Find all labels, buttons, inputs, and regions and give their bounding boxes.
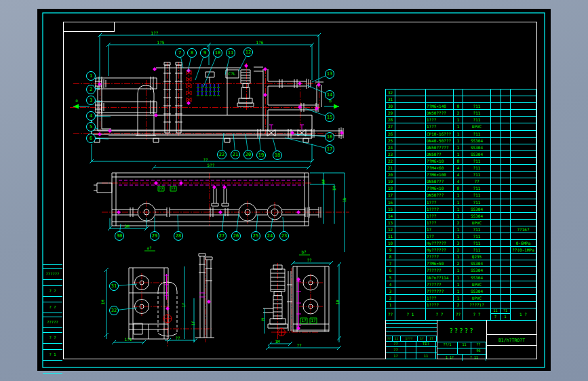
parts-cell-qty: 4 <box>454 172 463 178</box>
parts-cell-material: ?11 <box>463 192 491 199</box>
parts-table-row: 7??M6×502SS304 <box>386 260 536 267</box>
parts-cell-no: 18 <box>386 185 395 192</box>
parts-cell-w1 <box>491 151 501 158</box>
sign-label: 1T <box>427 336 437 341</box>
parts-cell-code <box>395 117 426 123</box>
parts-cell-name: ??M6×140 <box>426 103 454 110</box>
view-label-b: b? <box>301 250 306 254</box>
parts-cell-w1 <box>491 275 501 281</box>
parts-cell-remark <box>511 117 536 123</box>
parts-cell-no: 17 <box>386 192 395 199</box>
balloon-31: 31 <box>109 281 119 291</box>
parts-cell-w2 <box>501 254 511 260</box>
balloon-21: 21 <box>231 150 240 159</box>
parts-cell-w1 <box>491 185 501 192</box>
parts-cell-w2 <box>501 226 511 233</box>
balloon-13: 13 <box>325 69 334 79</box>
sheet-row: 96 <box>437 348 486 355</box>
header-weight-unit: 11 <box>491 308 501 314</box>
left-strip-cell <box>43 280 62 286</box>
parts-cell-remark <box>511 288 536 295</box>
parts-cell-code <box>395 260 426 267</box>
parts-cell-material: SS304 <box>463 260 491 267</box>
left-strip-cell: ? ? <box>43 302 62 313</box>
parts-cell-material: SS304 <box>463 138 491 144</box>
parts-cell-no: 20 <box>386 172 395 178</box>
parts-cell-no: 22 <box>386 158 395 165</box>
parts-cell-name: 1N?n??114 <box>426 275 454 281</box>
parts-cell-remark <box>511 178 536 185</box>
left-strip-cell <box>43 328 62 333</box>
parts-cell-name: ??M4×60 <box>426 165 454 172</box>
parts-cell-no: 12 <box>386 226 395 233</box>
dim-b-right: 1# <box>336 300 340 304</box>
parts-table-row: 21???1UPVC <box>386 295 536 302</box>
parts-cell-w1 <box>491 295 501 302</box>
left-strip-cell: ? 1 <box>43 350 62 361</box>
parts-cell-w2 <box>501 220 511 226</box>
cad-viewer: { "scene": { "description": "CAD enginee… <box>0 0 588 381</box>
parts-cell-w2 <box>501 185 511 192</box>
parts-cell-qty: 3 <box>454 240 463 247</box>
parts-cell-w2 <box>501 96 511 103</box>
bottom-row: 1 1? ? 11 <box>437 355 486 361</box>
parts-cell-name: ??M6×10 <box>426 185 454 192</box>
balloon-27: 27 <box>217 231 227 241</box>
parts-cell-w1 <box>491 103 501 110</box>
approval-label <box>406 341 416 346</box>
parts-cell-qty: 4 <box>454 165 463 172</box>
parts-cell-name <box>426 96 454 103</box>
balloon-17: 17 <box>325 144 334 154</box>
scale-table: ??/1 11 ?? 96 1 1? ? 11 <box>437 342 486 359</box>
parts-cell-remark <box>511 144 536 151</box>
balloon-30: 30 <box>115 231 124 241</box>
parts-cell-code <box>395 240 426 247</box>
balloon-26: 26 <box>231 231 241 241</box>
balloon-22: 22 <box>217 150 227 159</box>
parts-cell-w2 <box>501 213 511 220</box>
parts-cell-remark <box>511 138 536 144</box>
parts-cell-w1 <box>491 281 501 288</box>
parts-table-row: 32 <box>386 89 536 96</box>
header-weight-total: ?1 <box>501 308 510 314</box>
parts-cell-w2 <box>501 172 511 178</box>
parts-cell-code <box>395 172 426 178</box>
header-weight-b1: 7 <box>491 314 501 320</box>
scale-label: 11 <box>458 342 471 348</box>
parts-cell-w2 <box>501 192 511 199</box>
parts-cell-no: 9 <box>386 247 395 254</box>
balloon-4: 4 <box>86 111 96 121</box>
parts-cell-w2 <box>501 178 511 185</box>
parts-cell-remark <box>511 123 536 130</box>
header-name: ? ? <box>426 308 454 321</box>
parts-table-row: 8?????1Q235 <box>386 254 536 260</box>
dim-a-right-1: 1f <box>182 302 186 307</box>
parts-cell-code <box>395 254 426 260</box>
parts-table-row: 31 <box>386 96 536 103</box>
parts-cell-code <box>395 96 426 103</box>
parts-cell-qty: 8 <box>454 158 463 165</box>
parts-cell-remark <box>511 131 536 138</box>
parts-cell-w1 <box>491 172 501 178</box>
parts-table-row: 22??M6×108?11 <box>386 158 536 165</box>
sheet-label <box>458 348 471 354</box>
parts-cell-no: 21 <box>386 165 395 172</box>
parts-cell-material: ?11 <box>463 110 491 117</box>
parts-cell-remark <box>511 213 536 220</box>
parts-table: 323130??M6×1408?1129DN50????2?11281???1?… <box>385 89 536 308</box>
parts-table-row: 26CP10-16???1?11 <box>386 131 536 138</box>
balloon-6: 6 <box>86 134 96 143</box>
parts-cell-qty: 1 <box>454 144 463 151</box>
parts-cell-qty: 1 <box>454 288 463 295</box>
approval-label <box>406 353 416 359</box>
parts-table-row: 281???1?11 <box>386 117 536 123</box>
approval-label <box>406 347 416 353</box>
dim-plan-left: 3M <box>124 224 129 228</box>
header-weight: 11 ?1 7 1 <box>491 308 511 321</box>
parts-table-row: 131???2UPVC <box>386 220 536 226</box>
left-strip-cell <box>43 361 62 374</box>
parts-cell-w1 <box>491 206 501 213</box>
parts-table-row: 21??M4×604?11 <box>386 165 536 172</box>
parts-table-row: 51N?n??1141SS304 <box>386 275 536 281</box>
parts-cell-qty: 1 <box>454 267 463 274</box>
